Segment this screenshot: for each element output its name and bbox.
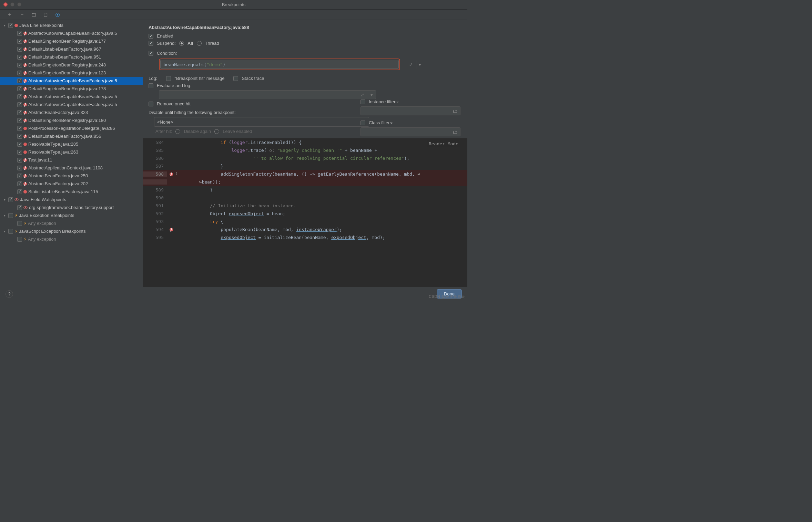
tree-item[interactable]: ⚡︎ Any exception [0, 235, 143, 243]
view-options-icon[interactable]: ⦿ [55, 12, 60, 18]
condition-history-icon[interactable]: ▾ [416, 60, 424, 69]
suspend-checkbox[interactable] [149, 41, 153, 46]
enabled-checkbox[interactable] [149, 34, 153, 39]
browse-icon[interactable]: 🗁 [453, 108, 457, 114]
item-checkbox[interactable] [17, 189, 22, 194]
item-checkbox[interactable] [17, 181, 22, 186]
group-checkbox[interactable] [8, 197, 13, 202]
tree-item[interactable]: DefaultSingletonBeanRegistry.java:123 [0, 69, 143, 77]
breakpoint-gutter-icon[interactable] [170, 228, 173, 231]
tree-item[interactable]: DefaultListableBeanFactory.java:967 [0, 45, 143, 53]
item-checkbox[interactable] [17, 118, 22, 123]
item-checkbox[interactable] [17, 71, 22, 75]
item-label: Test.java:11 [28, 157, 52, 163]
item-checkbox[interactable] [17, 102, 22, 107]
condition-checkbox[interactable] [149, 51, 153, 56]
tree-twisty-icon[interactable]: ▾ [2, 23, 7, 27]
instance-filters-input[interactable]: 🗁 [361, 106, 460, 115]
tree-item[interactable]: AbstractBeanFactory.java:250 [0, 172, 143, 180]
tree-group[interactable]: ▾ Java Line Breakpoints [0, 21, 143, 29]
instance-filters-checkbox[interactable] [361, 100, 365, 104]
tree-item[interactable]: AbstractAutowireCapableBeanFactory.java:… [0, 93, 143, 101]
tree-group[interactable]: ▾ Java Field Watchpoints [0, 196, 143, 203]
item-checkbox[interactable] [17, 174, 22, 178]
disable-until-select[interactable]: <None> [154, 117, 369, 127]
item-checkbox[interactable] [17, 63, 22, 67]
tree-item[interactable]: DefaultSingletonBeanRegistry.java:178 [0, 85, 143, 93]
group-checkbox[interactable] [8, 23, 13, 28]
tree-item[interactable]: DefaultSingletonBeanRegistry.java:180 [0, 116, 143, 124]
tree-item[interactable]: AbstractAutowireCapableBeanFactory.java:… [0, 29, 143, 37]
tree-item[interactable]: DefaultListableBeanFactory.java:951 [0, 53, 143, 61]
item-label: AbstractAutowireCapableBeanFactory.java:… [28, 31, 117, 36]
item-checkbox[interactable] [17, 158, 22, 163]
eval-history-icon[interactable]: ▾ [371, 92, 373, 97]
help-icon[interactable]: ? [6, 290, 13, 298]
zoom-window-icon[interactable] [17, 2, 21, 7]
item-label: Any exception [28, 221, 56, 226]
item-checkbox[interactable] [17, 79, 22, 83]
item-checkbox[interactable] [17, 221, 22, 226]
evaluate-log-checkbox[interactable] [149, 83, 153, 88]
tree-item[interactable]: Test.java:11 [0, 156, 143, 164]
expand-condition-icon[interactable]: ⤢ [406, 60, 415, 69]
tree-item[interactable]: DefaultSingletonBeanRegistry.java:248 [0, 61, 143, 69]
suspend-all-radio[interactable] [179, 41, 184, 46]
item-checkbox[interactable] [17, 142, 22, 147]
evaluate-log-input[interactable]: ⤢ ▾ [159, 90, 376, 99]
breakpoint-gutter-icon[interactable] [170, 173, 173, 176]
browse-icon[interactable]: 🗁 [453, 129, 457, 135]
tree-item[interactable]: AbstractAutowireCapableBeanFactory.java:… [0, 101, 143, 108]
reader-mode-badge[interactable]: Reader Mode [427, 140, 460, 147]
item-checkbox[interactable] [17, 94, 22, 99]
log-message-label: "Breakpoint hit" message [174, 76, 224, 81]
add-breakpoint-icon[interactable]: ＋ [7, 11, 12, 18]
tree-item[interactable]: ResolvableType.java:285 [0, 140, 143, 148]
tree-item[interactable]: DefaultSingletonBeanRegistry.java:177 [0, 37, 143, 45]
tree-item[interactable]: StaticListableBeanFactory.java:115 [0, 188, 143, 196]
tree-item[interactable]: ResolvableType.java:263 [0, 148, 143, 156]
item-checkbox[interactable] [17, 126, 22, 131]
item-checkbox[interactable] [17, 39, 22, 44]
item-checkbox[interactable] [17, 47, 22, 52]
item-checkbox[interactable] [17, 110, 22, 115]
item-checkbox[interactable] [17, 150, 22, 155]
tree-item[interactable]: org.springframework.beans.factory.suppor… [0, 203, 143, 211]
tree-item[interactable]: AbstractBeanFactory.java:202 [0, 180, 143, 188]
group-by-file-icon[interactable] [43, 12, 48, 17]
tree-item[interactable]: AbstractAutowireCapableBeanFactory.java:… [0, 77, 143, 85]
tree-twisty-icon[interactable]: ▾ [2, 213, 7, 217]
item-checkbox[interactable] [17, 237, 22, 242]
svg-point-4 [16, 199, 17, 200]
item-checkbox[interactable] [17, 86, 22, 91]
tree-group[interactable]: ▾ ⚡︎ Java Exception Breakpoints [0, 211, 143, 219]
remove-breakpoint-icon[interactable]: － [19, 11, 25, 18]
done-button[interactable]: Done [437, 289, 462, 299]
class-filters-input[interactable]: 🗁 [361, 127, 460, 136]
class-filters-checkbox[interactable] [361, 121, 365, 125]
item-checkbox[interactable] [17, 166, 22, 170]
item-checkbox[interactable] [17, 205, 22, 210]
group-by-package-icon[interactable] [32, 12, 37, 17]
suspend-thread-radio[interactable] [197, 41, 202, 46]
tree-item[interactable]: DefaultListableBeanFactory.java:856 [0, 132, 143, 140]
minimize-window-icon[interactable] [10, 2, 14, 7]
group-checkbox[interactable] [8, 213, 13, 218]
tree-twisty-icon[interactable]: ▾ [2, 229, 7, 233]
expand-eval-icon[interactable]: ⤢ [361, 92, 364, 97]
item-checkbox[interactable] [17, 55, 22, 60]
log-message-checkbox[interactable] [166, 76, 171, 81]
tree-item[interactable]: AbstractBeanFactory.java:323 [0, 108, 143, 116]
tree-twisty-icon[interactable]: ▾ [2, 198, 7, 201]
tree-item[interactable]: ⚡︎ Any exception [0, 219, 143, 227]
condition-input[interactable]: beanName.equals("demo") [160, 60, 399, 69]
close-window-icon[interactable] [3, 2, 8, 7]
stack-trace-checkbox[interactable] [233, 76, 238, 81]
tree-item[interactable]: PostProcessorRegistrationDelegate.java:8… [0, 124, 143, 132]
item-checkbox[interactable] [17, 31, 22, 36]
group-checkbox[interactable] [8, 229, 13, 234]
tree-item[interactable]: AbstractApplicationContext.java:1108 [0, 164, 143, 172]
item-checkbox[interactable] [17, 134, 22, 139]
remove-once-hit-checkbox[interactable] [149, 102, 153, 106]
tree-group[interactable]: ▾ ⚡︎ JavaScript Exception Breakpoints [0, 227, 143, 235]
